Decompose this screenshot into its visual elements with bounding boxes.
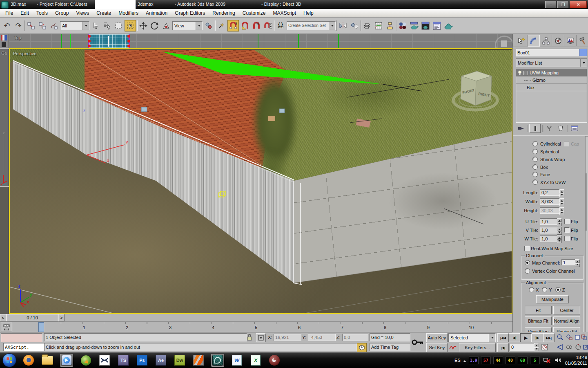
tab-modify-icon[interactable] [528, 35, 540, 47]
close-button[interactable]: ✕ [570, 1, 587, 8]
expand-box-icon[interactable] [523, 71, 528, 75]
cap-checkbox[interactable]: Cap [564, 141, 579, 146]
taskbar-xfire-icon[interactable] [98, 354, 111, 366]
align-y-radio[interactable]: Y [542, 287, 552, 292]
select-object-icon[interactable] [90, 20, 101, 31]
remove-modifier-icon[interactable] [556, 124, 566, 132]
material-editor-icon[interactable] [397, 20, 408, 31]
tab-hierarchy-icon[interactable] [540, 35, 552, 46]
menu-edit[interactable]: Edit [17, 9, 33, 17]
taskbar-photoshop-icon[interactable]: Ps [136, 354, 148, 366]
track-ruler[interactable]: 0 1 2 3 4 5 6 7 8 9 10 [39, 322, 512, 332]
menu-maxscript[interactable]: MAXScript [269, 9, 300, 17]
object-name-field[interactable]: Box01 [516, 49, 580, 56]
option-cylindrical[interactable]: Cylindrical [532, 141, 561, 146]
set-key-curve-icon[interactable] [448, 343, 457, 351]
key-mode-toggle-button[interactable]: |◀| [497, 343, 509, 352]
option-shrink-wrap[interactable]: Shrink Wrap [532, 157, 565, 162]
coord-y-field[interactable]: -4,453 [308, 334, 336, 341]
maximize-button[interactable]: ❐ [557, 1, 569, 8]
coord-z-field[interactable]: 0,0 [342, 334, 368, 341]
key-scope-arrow[interactable] [489, 334, 495, 342]
configure-modifier-sets-icon[interactable] [569, 124, 580, 132]
auto-key-button[interactable]: Auto Key [426, 333, 448, 342]
menu-rendering[interactable]: Rendering [209, 9, 238, 17]
stack-item-uvw-mapping[interactable]: UVW Mapping [516, 69, 587, 76]
coord-x-field[interactable]: 16,921 [274, 334, 301, 341]
tray-volume-icon[interactable] [554, 356, 563, 365]
select-and-move-icon[interactable] [138, 20, 149, 31]
menu-animation[interactable]: Animation [142, 9, 171, 17]
tray-expand-arrow[interactable] [463, 359, 466, 362]
u-tile-field[interactable]: 1,0 [540, 218, 559, 225]
taskbar-jdownloader-icon[interactable] [80, 354, 92, 366]
mini-icon-dark[interactable] [2, 42, 6, 47]
taskbar-firefox-icon[interactable] [22, 354, 35, 366]
height-field[interactable]: 30,03 [540, 207, 562, 214]
next-frame-button[interactable]: |▶ [532, 333, 543, 342]
tab-create-icon[interactable] [515, 35, 527, 46]
tab-utilities-icon[interactable] [577, 35, 588, 46]
width-spinner[interactable] [559, 198, 564, 205]
panel-scrollbar[interactable] [585, 136, 588, 332]
tray-network-disconnected-icon[interactable] [542, 356, 551, 365]
key-filters-button[interactable]: Key Filters... [459, 343, 496, 352]
align-icon[interactable] [349, 20, 360, 31]
schematic-view-icon[interactable] [385, 20, 395, 31]
menu-file[interactable]: File [2, 9, 17, 17]
taskbar-wmp-icon[interactable] [60, 354, 73, 367]
viewport-side-sliver[interactable]: Ca z [0, 49, 9, 186]
play-button[interactable]: ▶ [520, 333, 532, 342]
isometric-view-icon[interactable] [357, 343, 367, 352]
curve-editor-icon[interactable] [373, 20, 384, 31]
arc-rotate-icon[interactable] [574, 343, 582, 351]
frame-spinner[interactable] [534, 343, 539, 351]
width-field[interactable]: 3,003 [540, 198, 562, 205]
set-key-button[interactable]: Set Key [426, 343, 448, 352]
pin-stack-icon[interactable] [516, 124, 526, 132]
align-x-radio[interactable]: X [529, 287, 539, 292]
menu-views[interactable]: Views [72, 9, 93, 17]
pan-view-icon[interactable] [565, 343, 573, 351]
taskbar-explorer-icon[interactable] [41, 354, 53, 366]
spinner-snap-icon[interactable] [263, 20, 273, 31]
named-selection-sets-icon[interactable]: { } ABC [275, 20, 286, 31]
manipulate-button[interactable]: Manipulate [536, 295, 569, 303]
option-xyz-to-uvw[interactable]: XYZ to UVW [532, 180, 566, 185]
viewport-perspective[interactable]: y x z z y x [9, 48, 512, 314]
tray-language[interactable]: ES [454, 358, 461, 363]
time-slider-prev-button[interactable]: < [0, 314, 6, 321]
bitmap-fit-button[interactable]: Bitmap Fit [525, 316, 552, 325]
menu-help[interactable]: Help [300, 9, 317, 17]
percent-snap-icon[interactable]: % [251, 20, 262, 31]
absolute-mode-icon[interactable] [256, 333, 266, 342]
time-slider-handle[interactable]: 0 / 10 [6, 314, 58, 321]
rectangular-selection-region-icon[interactable] [113, 20, 124, 31]
time-slider-next-button[interactable]: > [58, 314, 65, 321]
menu-graph-editors[interactable]: Graph Editors [171, 9, 209, 17]
menu-customize[interactable]: Customize [239, 9, 270, 17]
field-of-view-icon[interactable] [556, 343, 564, 351]
v-flip-checkbox[interactable] [564, 227, 570, 233]
open-mini-curve-editor-button[interactable] [1, 323, 12, 332]
use-pivot-center-icon[interactable] [203, 20, 214, 31]
selection-filter-arrow[interactable] [82, 22, 89, 30]
time-configuration-icon[interactable] [541, 343, 549, 351]
prev-frame-button[interactable]: ◀| [509, 333, 520, 342]
minimize-button[interactable]: – [545, 1, 557, 8]
modifier-list-select[interactable]: Modifier List [516, 58, 587, 67]
bind-to-spacewarp-icon[interactable] [49, 20, 59, 31]
coord-system-arrow[interactable] [196, 22, 202, 30]
add-time-tag-field[interactable]: Add Time Tag [370, 343, 410, 351]
select-and-rotate-icon[interactable] [149, 20, 160, 31]
undo-icon[interactable]: ↶ [2, 20, 12, 31]
normal-align-button[interactable]: Normal Align [553, 316, 580, 325]
time-slider-track[interactable] [65, 314, 512, 321]
current-frame-field[interactable]: 0 [510, 343, 537, 351]
menu-tools[interactable]: Tools [33, 9, 51, 17]
zoom-extents-all-icon[interactable] [581, 333, 587, 341]
goto-start-button[interactable]: |◀◀ [497, 333, 509, 342]
taskbar-word-icon[interactable]: W [231, 354, 243, 366]
named-selection-set-input[interactable]: Create Selection Set [287, 21, 336, 30]
quick-render-icon[interactable] [443, 20, 454, 31]
